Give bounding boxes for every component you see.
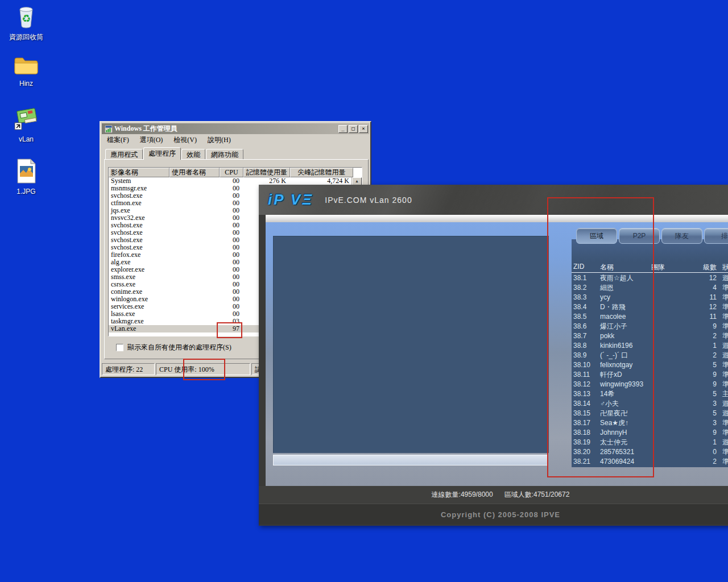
user-zid: 38.21 <box>573 457 590 467</box>
process-user-cell <box>169 310 220 318</box>
menu-item-0[interactable]: 檔案(F) <box>105 135 131 146</box>
list-column-header-0[interactable]: ZID <box>573 263 584 271</box>
vlan-window-title: IPvE.COM vLan 2600 <box>325 196 412 205</box>
user-row[interactable]: 38.7pokk2準 <box>572 331 728 341</box>
process-user-cell <box>169 273 220 281</box>
user-status: 準 <box>722 283 728 293</box>
maximize-button[interactable]: □ <box>349 125 358 133</box>
user-name: 細恩 <box>600 283 614 293</box>
desktop-icon-hinz-folder[interactable]: Hinz <box>5 55 48 88</box>
desktop-icon-vlan-shortcut[interactable]: vLan <box>5 107 48 143</box>
process-name-cell: svchost.exe <box>109 244 169 251</box>
user-row[interactable]: 38.5macolee11準 <box>572 312 728 322</box>
process-name-cell: svchost.exe <box>109 222 169 229</box>
vlan-tab-3[interactable]: 排 <box>704 228 728 244</box>
user-status: 準 <box>722 302 728 312</box>
user-row[interactable]: 38.17Sea★虎↑3準 <box>572 418 728 428</box>
process-user-cell <box>169 288 220 296</box>
user-row[interactable]: 38.18JohnnyH9準 <box>572 428 728 438</box>
user-level: 2 <box>694 331 717 341</box>
column-header-4[interactable]: 尖峰記憶體用量 <box>290 168 353 177</box>
process-name-cell: firefox.exe <box>109 251 169 259</box>
vlan-titlebar[interactable]: iP VΞ IPvE.COM vLan 2600 <box>259 185 728 215</box>
process-name-cell: System <box>109 177 169 185</box>
user-row[interactable]: 38.1314希5主 <box>572 389 728 399</box>
process-user-cell <box>169 303 220 310</box>
user-name: 14希 <box>600 389 614 399</box>
list-column-header-4[interactable]: 狀 <box>722 263 728 272</box>
tab-0[interactable]: 應用程式 <box>105 149 143 160</box>
vlan-tab-0[interactable]: 區域 <box>576 228 617 244</box>
user-row[interactable]: 38.3ycy11準 <box>572 293 728 302</box>
user-row[interactable]: 38.12wingwing93939準 <box>572 380 728 389</box>
process-name-cell: alg.exe <box>109 259 169 266</box>
list-column-header-3[interactable]: 級數 <box>694 263 717 272</box>
user-row[interactable]: 38.2細恩4準 <box>572 283 728 293</box>
column-header-3[interactable]: 記憶體使用量 <box>243 168 290 177</box>
user-name: macolee <box>600 312 626 322</box>
process-name-cell: lsass.exe <box>109 310 169 318</box>
column-header-0[interactable]: 影像名稱 <box>109 168 169 177</box>
process-cpu-cell: 00 <box>220 273 243 281</box>
user-level: 5 <box>694 360 717 370</box>
user-row[interactable]: 38.202857653210準 <box>572 447 728 457</box>
process-row[interactable]: System00276 K4,724 K <box>109 177 362 185</box>
user-row[interactable]: 38.9(´ -_-)´ 口2遊 <box>572 351 728 360</box>
desktop-icon-1jpg-file[interactable]: 1.JPG <box>5 158 48 196</box>
list-column-header-1[interactable]: 名稱 <box>600 263 614 272</box>
user-status: 遊 <box>722 438 728 447</box>
process-user-cell <box>169 214 220 222</box>
user-zid: 38.3 <box>573 293 586 302</box>
menu-item-3[interactable]: 說明(H) <box>206 135 233 146</box>
menu-item-2[interactable]: 檢視(V) <box>172 135 198 146</box>
process-name-cell: svchost.exe <box>109 192 169 199</box>
user-level: 3 <box>694 399 717 409</box>
user-row[interactable]: 38.11軒仔xD9準 <box>572 370 728 380</box>
user-row[interactable]: 38.14♂小夫3遊 <box>572 399 728 409</box>
vlan-tab-1[interactable]: P2P <box>619 228 660 244</box>
vlan-statusbar: 連線數量:4959/8000 區域人數:4751/20672 <box>259 486 728 504</box>
user-row[interactable]: 38.4D・路飛12準 <box>572 302 728 312</box>
user-row[interactable]: 38.15卍星夜卍5遊 <box>572 409 728 418</box>
vlan-tab-2[interactable]: 隊友 <box>661 228 702 244</box>
column-header-2[interactable]: CPU <box>220 168 243 177</box>
user-status: 遊 <box>722 409 728 418</box>
process-user-cell <box>169 281 220 288</box>
tab-1[interactable]: 處理程序 <box>143 147 181 160</box>
user-status: 遊 <box>722 341 728 351</box>
user-name: wingwing9393 <box>600 380 643 389</box>
tab-2[interactable]: 效能 <box>181 149 205 160</box>
desktop-icon-recycle-bin[interactable]: ♻ 資源回收筒 <box>5 3 48 41</box>
process-mem-cell: 276 K <box>243 177 290 185</box>
user-level: 3 <box>694 418 717 428</box>
vlan-shortcut-icon <box>13 107 40 134</box>
user-zid: 38.10 <box>573 360 590 370</box>
process-cpu-cell: 00 <box>220 303 243 310</box>
list-column-header-2[interactable]: 團隊 <box>651 263 665 272</box>
user-row[interactable]: 38.1夜雨☆超人12遊 <box>572 273 728 283</box>
user-zid: 38.15 <box>573 409 590 418</box>
process-cpu-cell: 00 <box>220 199 243 207</box>
user-row[interactable]: 38.8kinkin61961遊 <box>572 341 728 351</box>
menu-item-1[interactable]: 選項(O) <box>138 135 165 146</box>
user-row[interactable]: 38.10felixnotgay5準 <box>572 360 728 370</box>
chat-input-field[interactable] <box>273 455 548 465</box>
close-button[interactable]: × <box>359 125 368 133</box>
user-name: Sea★虎↑ <box>600 418 628 428</box>
user-row[interactable]: 38.19太士仲元1遊 <box>572 438 728 447</box>
user-row[interactable]: 38.214730694242準 <box>572 457 728 467</box>
column-header-1[interactable]: 使用者名稱 <box>169 168 220 177</box>
task-manager-titlebar[interactable]: Windows 工作管理員 _ □ × <box>102 123 369 134</box>
process-name-cell: smss.exe <box>109 273 169 281</box>
process-cpu-cell: 00 <box>220 310 243 318</box>
user-level: 0 <box>694 447 717 457</box>
show-all-users-checkbox[interactable] <box>116 344 123 351</box>
task-manager-icon <box>105 125 113 133</box>
user-level: 9 <box>694 428 717 438</box>
tab-3[interactable]: 網路功能 <box>206 149 243 160</box>
minimize-button[interactable]: _ <box>338 125 348 133</box>
vlan-toolbar-strip <box>266 215 728 222</box>
user-row[interactable]: 38.6爆江小子9準 <box>572 322 728 331</box>
user-name: pokk <box>600 331 614 341</box>
process-user-cell <box>169 318 220 325</box>
